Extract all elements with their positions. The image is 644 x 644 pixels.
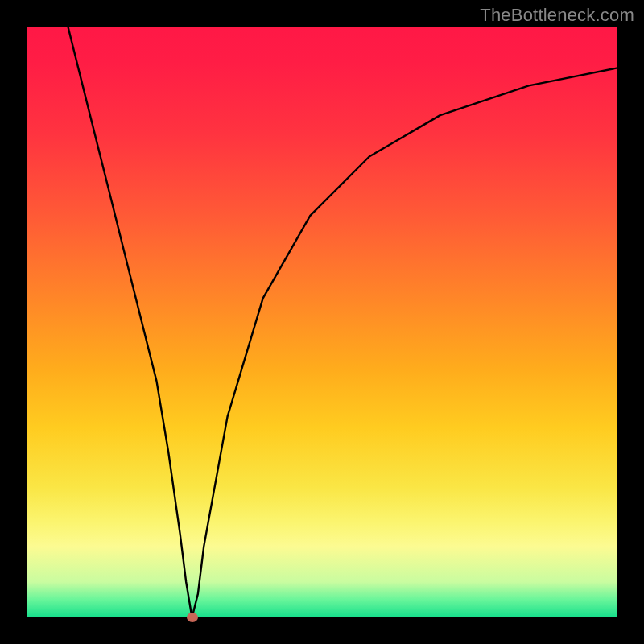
chart-frame: TheBottleneck.com [0, 0, 644, 644]
optimal-point-marker [187, 613, 198, 622]
chart-plot-area [27, 27, 617, 617]
bottleneck-curve [27, 27, 617, 617]
watermark-label: TheBottleneck.com [480, 5, 634, 26]
